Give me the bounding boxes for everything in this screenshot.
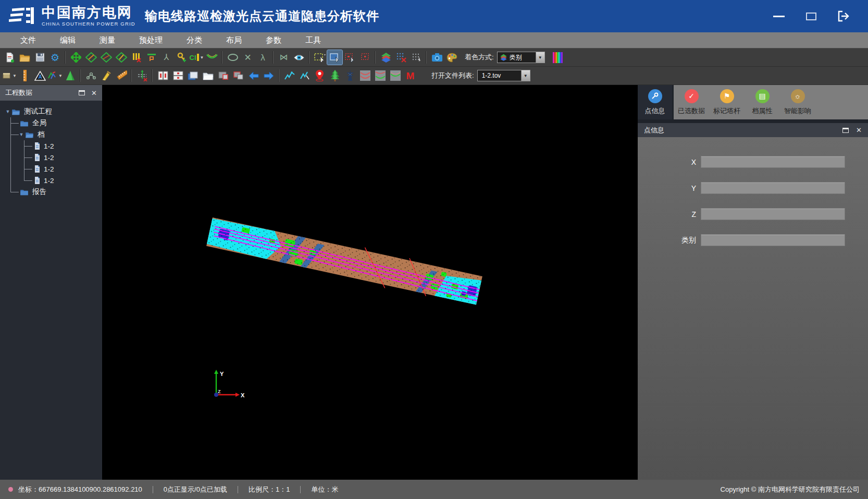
tab-point-info[interactable]: 点信息	[638, 85, 672, 119]
redo-arrow-icon[interactable]	[261, 68, 276, 83]
polygon-select-points-icon[interactable]	[342, 50, 357, 65]
colorbar-icon[interactable]	[550, 50, 565, 65]
classify-area-icon[interactable]	[83, 50, 98, 65]
caret-down-icon[interactable]: ▼	[4, 109, 11, 114]
open-folder-icon[interactable]	[17, 50, 32, 65]
tree-item-label: 1-2	[44, 142, 54, 150]
catenary-clearance-icon[interactable]	[388, 68, 403, 83]
pip-swap-icon[interactable]	[231, 68, 246, 83]
section-cut-icon[interactable]	[134, 68, 150, 83]
ruler-diagonal-icon[interactable]	[114, 68, 129, 83]
tree-marker-icon[interactable]	[327, 68, 342, 83]
palette-icon[interactable]	[444, 50, 460, 65]
tree-item-file-4[interactable]: 1-2	[0, 175, 102, 186]
polyline-draw-icon[interactable]	[282, 68, 297, 83]
settings-gear-icon[interactable]: ⚙	[47, 50, 63, 65]
tree-item-file-1[interactable]: 1-2	[0, 140, 102, 152]
caret-down-icon[interactable]: ▼	[18, 132, 25, 137]
catenary-safe-icon[interactable]	[373, 68, 388, 83]
maximize-button[interactable]	[804, 10, 818, 22]
new-file-icon[interactable]	[2, 50, 17, 65]
classify-custom-icon[interactable]	[114, 50, 129, 65]
ellipse-select-icon[interactable]	[225, 50, 240, 65]
menu-edit[interactable]: 编辑	[48, 32, 88, 48]
y-field-input[interactable]	[701, 182, 845, 194]
node-graph-icon[interactable]	[83, 68, 98, 83]
point-cloud-strip	[206, 214, 483, 308]
rect-select-points-icon[interactable]	[327, 50, 342, 65]
z-field-label: Z	[638, 210, 701, 218]
plumb-line-icon[interactable]: λ	[255, 50, 270, 65]
tree-item-file-3[interactable]: 1-2	[0, 163, 102, 175]
box-mode-icon[interactable]: ▼	[2, 68, 17, 83]
close-panel-icon[interactable]: ✕	[856, 127, 862, 133]
tab-smart-impact[interactable]: ☼ 智能影响	[780, 85, 815, 119]
tree-item-project[interactable]: ▼ 测试工程	[0, 106, 102, 117]
menu-tools[interactable]: 工具	[293, 32, 333, 48]
viewport-canvas[interactable]: Y X Z	[102, 85, 638, 480]
catenary-danger-icon[interactable]	[357, 68, 373, 83]
delete-lines-icon[interactable]	[129, 50, 144, 65]
toolbar-separator	[131, 69, 132, 82]
menubar: 文件 编辑 测量 预处理 分类 布局 参数 工具	[0, 32, 868, 48]
undo-arrow-icon[interactable]	[246, 68, 261, 83]
z-field-input[interactable]	[701, 208, 845, 220]
points-grid-icon[interactable]	[408, 50, 424, 65]
tree-item-label: 报告	[32, 187, 46, 197]
measure-m-icon[interactable]: M	[403, 68, 418, 83]
menu-layout[interactable]: 布局	[214, 32, 254, 48]
swap-view-icon[interactable]: ⋈	[276, 50, 291, 65]
undock-panel-icon[interactable]	[79, 90, 85, 95]
tree-item-file-2[interactable]: 1-2	[0, 152, 102, 163]
classify-ground-icon[interactable]	[98, 50, 114, 65]
minimize-button[interactable]	[772, 10, 786, 22]
save-icon[interactable]	[32, 50, 47, 65]
screenshot-camera-icon[interactable]	[429, 50, 444, 65]
point-info-panel-header: 点信息 ✕	[638, 123, 868, 137]
status-separator	[300, 486, 301, 493]
cone-marker-icon[interactable]	[63, 68, 78, 83]
rect-select-icon[interactable]	[312, 50, 327, 65]
tab-mark-tower[interactable]: ⚑ 标记塔杆	[709, 85, 745, 119]
delete-cross-icon[interactable]: ✕	[240, 50, 255, 65]
tab-selected-data[interactable]: ✓ 已选数据	[674, 85, 709, 119]
broom-clean-icon[interactable]	[98, 68, 114, 83]
menu-classify[interactable]: 分类	[175, 32, 214, 48]
danger-triangle-icon[interactable]: A	[32, 68, 47, 83]
key-permission-icon[interactable]	[174, 50, 189, 65]
split-vertical-icon[interactable]	[155, 68, 170, 83]
x-field-input[interactable]	[701, 156, 845, 168]
move-tool-icon[interactable]	[68, 50, 83, 65]
tab-span-attrs[interactable]: ▤ 档属性	[745, 85, 780, 119]
split-horizontal-icon[interactable]	[170, 68, 185, 83]
undock-panel-icon[interactable]	[842, 128, 849, 133]
polyline-edit-icon[interactable]	[297, 68, 312, 83]
catenary-fit-icon[interactable]	[204, 50, 219, 65]
tab-label: 已选数据	[678, 106, 705, 116]
csg-logo-icon	[8, 5, 36, 27]
tab-strip: ✓ 已选数据 ⚑ 标记塔杆 ▤ 档属性 ☼ 智能影响	[674, 85, 868, 119]
open-file-select[interactable]: 1-2.tov ▼	[477, 70, 530, 81]
close-panel-icon[interactable]: ✕	[91, 90, 97, 96]
ruler-vertical-icon[interactable]	[17, 68, 32, 83]
polyline-modes-icon[interactable]: ▼	[47, 68, 63, 83]
angle-measure-icon[interactable]: ⅄	[159, 50, 174, 65]
menu-parameters[interactable]: 参数	[254, 32, 293, 48]
location-pin-icon[interactable]	[312, 68, 327, 83]
color-mode-select[interactable]: 类别 ▼	[497, 52, 545, 63]
menu-file[interactable]: 文件	[8, 32, 48, 48]
ci-classify-icon[interactable]: CI ▼	[189, 50, 204, 65]
pip-view-icon[interactable]	[216, 68, 231, 83]
tower-marker-icon[interactable]	[342, 68, 357, 83]
delete-points-grid-icon[interactable]	[393, 50, 408, 65]
exit-button[interactable]	[837, 10, 850, 22]
folder-views-icon[interactable]	[201, 68, 216, 83]
copy-views-icon[interactable]	[185, 68, 201, 83]
menu-preprocess[interactable]: 预处理	[127, 32, 175, 48]
visibility-eye-icon[interactable]	[291, 50, 306, 65]
category-field-input[interactable]	[701, 234, 845, 246]
profile-measure-icon[interactable]	[144, 50, 159, 65]
menu-measure[interactable]: 测量	[88, 32, 127, 48]
class-layers-icon[interactable]	[378, 50, 393, 65]
point-select-icon[interactable]	[357, 50, 373, 65]
